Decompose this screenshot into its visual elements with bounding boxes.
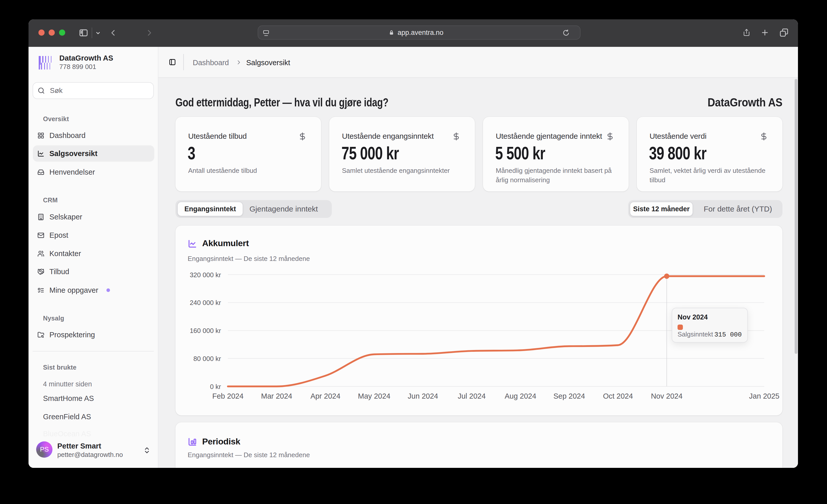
svg-text:Oct 2024: Oct 2024 <box>603 392 633 400</box>
svg-text:0 kr: 0 kr <box>210 383 221 391</box>
svg-text:315 000: 315 000 <box>714 331 742 339</box>
svg-text:Salgsinntekt: Salgsinntekt <box>678 331 713 338</box>
svg-text:Aug 2024: Aug 2024 <box>505 392 536 400</box>
svg-text:Jun 2024: Jun 2024 <box>408 392 438 400</box>
svg-text:Mar 2024: Mar 2024 <box>261 392 292 400</box>
svg-text:Sep 2024: Sep 2024 <box>553 392 585 400</box>
svg-text:Jan 2025: Jan 2025 <box>749 392 779 400</box>
svg-text:240 000 kr: 240 000 kr <box>190 299 221 306</box>
svg-text:Nov 2024: Nov 2024 <box>651 392 682 400</box>
svg-text:Feb 2024: Feb 2024 <box>212 392 244 400</box>
svg-text:Apr 2024: Apr 2024 <box>310 392 340 400</box>
svg-text:Jul 2024: Jul 2024 <box>458 392 486 400</box>
svg-text:320 000 kr: 320 000 kr <box>190 271 221 279</box>
svg-text:Nov 2024: Nov 2024 <box>678 313 708 321</box>
svg-text:80 000 kr: 80 000 kr <box>194 355 221 362</box>
svg-text:160 000 kr: 160 000 kr <box>190 327 221 335</box>
svg-text:May 2024: May 2024 <box>358 392 390 400</box>
